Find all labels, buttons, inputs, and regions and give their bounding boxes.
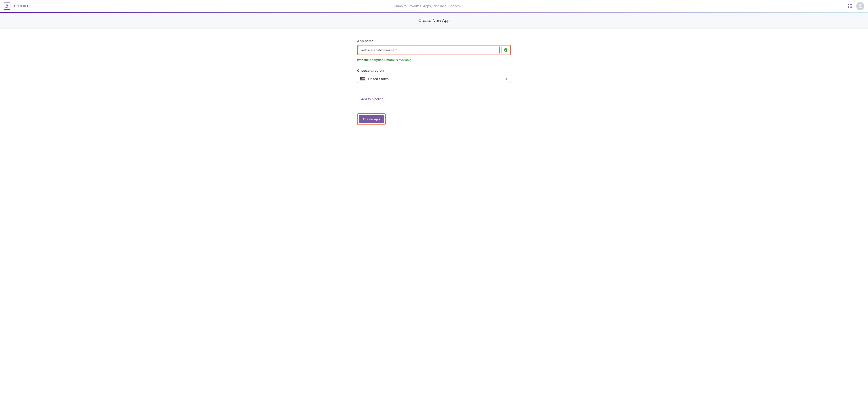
apps-grid-icon[interactable] — [848, 4, 852, 8]
page-title-section: Create New App — [0, 13, 868, 29]
heroku-logo[interactable]: HEROKU — [4, 2, 30, 10]
app-name-input-row — [358, 46, 510, 54]
check-circle-icon — [504, 48, 507, 52]
create-app-highlight: Create app — [357, 113, 385, 125]
us-flag-icon — [360, 77, 365, 81]
region-selected-text: United States — [368, 77, 389, 81]
avatar[interactable] — [856, 2, 864, 10]
app-name-highlight — [357, 45, 511, 55]
availability-message: website-analytics-umami is available — [357, 58, 511, 62]
region-select-left: United States — [360, 77, 389, 81]
region-select[interactable]: United States ▲▼ — [357, 75, 511, 83]
region-group: Choose a region United States ▲▼ — [357, 68, 511, 83]
add-to-pipeline-button[interactable]: Add to pipeline... — [357, 95, 390, 103]
app-name-label: App name — [357, 39, 511, 43]
header: HEROKU — [0, 0, 868, 12]
header-right — [848, 2, 864, 10]
heroku-logo-icon — [4, 2, 10, 10]
page-title: Create New App — [0, 18, 868, 23]
search-input[interactable] — [391, 2, 487, 10]
availability-check-badge — [501, 46, 510, 54]
select-arrows-icon: ▲▼ — [506, 77, 508, 80]
availability-suffix: is available — [395, 58, 411, 62]
app-name-group: App name website-analytics-umami is avai… — [357, 39, 511, 62]
main-content: App name website-analytics-umami is avai… — [357, 29, 511, 130]
header-left: HEROKU — [4, 2, 30, 10]
create-app-button[interactable]: Create app — [359, 115, 384, 123]
heroku-logo-text: HEROKU — [13, 4, 30, 8]
app-name-input[interactable] — [358, 46, 500, 54]
region-label: Choose a region — [357, 68, 511, 73]
availability-name: website-analytics-umami — [357, 58, 395, 62]
header-center — [30, 2, 848, 10]
